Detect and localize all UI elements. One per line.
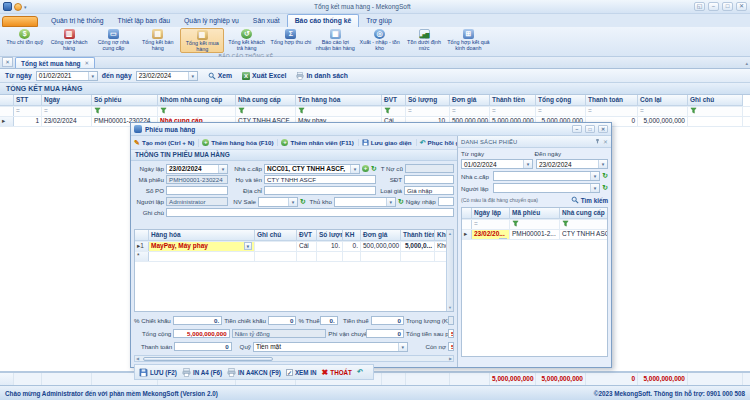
undo-icon[interactable]: ↶ (357, 368, 363, 376)
filter-funnel-icon[interactable] (384, 107, 391, 114)
chevron-down-icon[interactable]: ▾ (218, 165, 227, 173)
chevron-down-icon[interactable]: ▾ (350, 165, 359, 173)
quick-access-icon[interactable] (14, 3, 22, 11)
discount-amt-input[interactable]: 0 (268, 316, 297, 325)
refresh-icon[interactable]: ↻ (398, 198, 404, 206)
filter-cell-2[interactable] (560, 220, 608, 229)
refresh-icon[interactable]: ↻ (602, 184, 608, 192)
filter-cell-2[interactable] (92, 107, 158, 116)
filter-equals-icon[interactable]: = (640, 107, 644, 114)
created-date-input[interactable]: 23/02/2024▾ (166, 164, 228, 174)
column-header-0[interactable]: Hàng hóa (149, 230, 255, 241)
cell-0[interactable] (149, 252, 255, 261)
panel-search-button[interactable]: Tìm kiếm (571, 196, 608, 204)
fund-select[interactable]: Tiền mặt▾ (253, 342, 408, 352)
filter-cell-10[interactable]: = (536, 107, 586, 116)
import-date-input[interactable] (438, 197, 454, 206)
po-number-input[interactable] (166, 186, 228, 195)
column-header-6[interactable]: Thành tiền (401, 230, 435, 241)
add-supplier-icon[interactable]: + (362, 165, 369, 172)
filter-funnel-icon[interactable] (562, 220, 569, 227)
warehouse-keeper-input[interactable]: ▾ (334, 197, 396, 207)
filter-equals-icon[interactable]: = (408, 107, 412, 114)
price-type-input[interactable]: Giá nhập (404, 186, 454, 195)
horizontal-scrollbar[interactable]: ◀▶ (134, 355, 454, 362)
tabbar-scroll-icon[interactable]: ▴ (745, 60, 748, 66)
panel-supplier-input[interactable]: ▾ (493, 171, 600, 181)
chevron-down-icon[interactable]: ▾ (523, 160, 532, 168)
filter-cell-7[interactable]: = (406, 107, 450, 116)
close-all-tabs-button[interactable]: ✕ (2, 57, 13, 67)
ribbon-tab-1[interactable]: Thiết lập ban đầu (111, 15, 178, 27)
save-layout-button[interactable]: Lưu giao diện (362, 139, 417, 146)
chevron-down-icon[interactable]: ▾ (386, 198, 395, 206)
paid-input[interactable]: 0 (174, 342, 232, 351)
ribbon-button-7[interactable]: ▦Báo cáo lợi nhuận bán hàng (314, 28, 357, 53)
ribbon-button-3[interactable]: ▤Tổng kết bán hàng (136, 28, 179, 53)
filter-funnel-icon[interactable] (160, 107, 167, 114)
column-header-2[interactable]: Nhà cung cấp (560, 208, 608, 219)
filter-equals-icon[interactable]: = (588, 107, 592, 114)
column-header-1[interactable]: Ngày (42, 95, 92, 106)
filter-funnel-icon[interactable] (238, 107, 245, 114)
chevron-down-icon[interactable]: ▾ (499, 238, 507, 239)
address-input[interactable] (264, 186, 376, 195)
ribbon-button-8[interactable]: ◎Xuất - nhập - tồn kho (358, 28, 401, 53)
chevron-down-icon[interactable]: ▾ (398, 343, 407, 351)
add-employee-button[interactable]: +Thêm nhân viên (F11) (281, 139, 358, 146)
close-button[interactable]: ✕ (736, 2, 747, 11)
column-header-8[interactable]: Đơn giá (450, 95, 490, 106)
ribbon-button-2[interactable]: ▭Công nợ nhà cung cấp (92, 28, 135, 53)
filter-cell-3[interactable] (158, 107, 236, 116)
filter-cell-13[interactable] (688, 107, 743, 116)
ribbon-tab-3[interactable]: Sản xuất (246, 15, 287, 27)
ribbon-tab-5[interactable]: Trợ giúp (359, 15, 398, 27)
shipping-input[interactable]: 0 (366, 329, 404, 338)
column-header-5[interactable]: Đơn giá (361, 230, 401, 241)
filter-cell-4[interactable] (236, 107, 296, 116)
sales-rep-input[interactable]: ▾ (258, 197, 298, 207)
column-header-1[interactable]: Mã phiếu (510, 208, 560, 219)
ribbon-button-1[interactable]: ▥Công nợ khách hàng (47, 28, 90, 53)
ribbon-button-5[interactable]: ↺Tổng kết khách trả hàng (225, 28, 268, 53)
filter-cell-0[interactable]: = (472, 220, 510, 229)
filter-funnel-icon[interactable] (512, 220, 519, 227)
print-a4-button[interactable]: IN A4 (F6) (182, 368, 222, 377)
dialog-titlebar[interactable]: Phiếu mua hàng − □ ✕ (131, 123, 611, 136)
ribbon-tab-2[interactable]: Quản lý nghiệp vụ (177, 15, 246, 27)
chevron-down-icon[interactable]: ▾ (288, 198, 297, 206)
column-header-3[interactable]: Nhóm nhà cung cấp (158, 95, 236, 106)
filter-cell-1[interactable] (510, 220, 560, 229)
filter-equals-icon[interactable]: = (538, 107, 542, 114)
vertical-scrollbar[interactable]: ▲▼ (446, 230, 453, 311)
column-header-0[interactable]: STT (14, 95, 42, 106)
tax-pct-input[interactable]: 0. (320, 316, 337, 325)
save-button[interactable]: LƯU (F2) (139, 368, 177, 377)
chevron-down-icon[interactable]: ▾ (244, 242, 252, 250)
column-header-2[interactable]: Số phiếu (92, 95, 158, 106)
ribbon-tab-0[interactable]: Quản trị hệ thống (44, 15, 111, 27)
filter-equals-icon[interactable]: = (16, 107, 20, 114)
ribbon-button-10[interactable]: ⊞Tổng hợp kết quả kinh doanh (447, 28, 490, 53)
dialog-minimize-button[interactable]: − (572, 125, 582, 133)
maximize-button[interactable]: □ (722, 2, 733, 11)
filter-cell-0[interactable]: = (14, 107, 42, 116)
ribbon-button-4[interactable]: ▤Tổng kết mua hàng (180, 28, 223, 53)
column-header-10[interactable]: Tổng cộng (536, 95, 586, 106)
print-list-button[interactable]: In danh sách (296, 72, 348, 80)
note-input[interactable] (166, 208, 454, 217)
print-a4kcn-button[interactable]: IN A4KCN (F9) (227, 368, 281, 377)
filter-equals-icon[interactable]: = (492, 107, 496, 114)
filter-cell-5[interactable] (296, 107, 382, 116)
column-header-2[interactable]: ĐVT (297, 230, 317, 241)
column-header-6[interactable]: ĐVT (382, 95, 406, 106)
cell-2[interactable] (297, 252, 317, 261)
filter-cell-1[interactable]: = (42, 107, 92, 116)
filter-equals-icon[interactable]: = (44, 107, 48, 114)
column-header-4[interactable]: KH (343, 230, 361, 241)
column-header-12[interactable]: Còn lại (638, 95, 688, 106)
filter-cell-12[interactable]: = (638, 107, 688, 116)
filter-cell-8[interactable]: = (450, 107, 490, 116)
chevron-down-icon[interactable]: ▾ (590, 184, 599, 192)
filter-cell-11[interactable]: = (586, 107, 638, 116)
